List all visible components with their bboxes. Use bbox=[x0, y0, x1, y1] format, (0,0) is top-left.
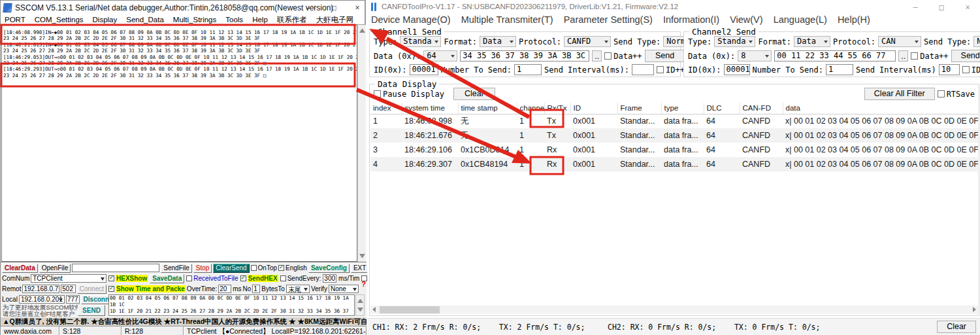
send-type-select[interactable]: Normal bbox=[973, 36, 980, 47]
open-file-button[interactable]: OpenFile bbox=[39, 264, 71, 273]
menu-send-data[interactable]: Send_Data bbox=[126, 16, 164, 24]
close-icon[interactable]: × bbox=[963, 3, 972, 12]
format-select[interactable]: Data bbox=[480, 36, 516, 47]
send-button[interactable]: Send bbox=[645, 50, 685, 62]
english-checkbox[interactable]: English bbox=[278, 264, 307, 272]
scroll-up-icon[interactable] bbox=[359, 27, 365, 33]
col-id[interactable]: ID bbox=[570, 103, 617, 114]
scroll-up-icon[interactable] bbox=[357, 297, 363, 303]
protocol-select[interactable]: CANFD bbox=[564, 36, 611, 47]
col-dlc[interactable]: DLC bbox=[704, 103, 740, 114]
menu-information[interactable]: Information(I) bbox=[663, 14, 719, 25]
ontop-checkbox[interactable]: OnTop bbox=[251, 264, 277, 272]
clear-all-filter-button[interactable]: Clear All Filter bbox=[864, 88, 935, 100]
id-increment-checkbox[interactable]: ID++ bbox=[962, 65, 980, 75]
send-button[interactable]: SEND bbox=[78, 305, 105, 316]
menu-contact-author[interactable]: 联系作者 bbox=[277, 15, 307, 25]
terminal-log[interactable]: [18:46:08.990]IN←◆00 01 02 03 04 05 06 0… bbox=[1, 25, 357, 262]
help-mark[interactable]: ? bbox=[361, 280, 366, 288]
type-select[interactable]: Standa bbox=[714, 36, 755, 47]
hexshow-checkbox[interactable]: HEXShow bbox=[108, 275, 148, 282]
ext-button[interactable]: EXT bbox=[351, 264, 368, 273]
col-index[interactable]: index bbox=[370, 103, 402, 114]
send-button[interactable]: Send bbox=[951, 50, 980, 62]
scroll-down-icon[interactable] bbox=[357, 308, 363, 313]
status-clear-button[interactable]: Clear bbox=[937, 321, 976, 333]
id-input[interactable]: 00001 bbox=[724, 64, 750, 75]
col-frame[interactable]: Frame bbox=[617, 103, 661, 114]
col-canfd[interactable]: CAN-FD bbox=[740, 103, 783, 114]
data-input[interactable]: 00 11 22 33 44 55 66 77 bbox=[774, 50, 896, 62]
menu-device-manage[interactable]: Device Manage(O) bbox=[371, 14, 451, 25]
scroll-down-icon[interactable] bbox=[359, 254, 365, 260]
byte-count-input[interactable]: 1 bbox=[252, 285, 260, 293]
send-every-input[interactable]: 300 bbox=[323, 274, 336, 283]
menu-display[interactable]: Display bbox=[93, 16, 118, 24]
clear-data-button[interactable]: ClearData bbox=[2, 264, 38, 273]
number-to-send-input[interactable]: 1 bbox=[514, 64, 542, 75]
table-horizontal-scrollbar[interactable] bbox=[370, 306, 978, 314]
table-row[interactable]: 118:46:08.998 无1 Tx0x001 Standar...data … bbox=[370, 114, 978, 128]
scroll-left-icon[interactable] bbox=[372, 307, 376, 312]
menu-help[interactable]: Help bbox=[252, 16, 268, 24]
send-file-button[interactable]: SendFile bbox=[161, 264, 191, 273]
scrollbar-thumb[interactable] bbox=[380, 306, 440, 313]
send-every-checkbox[interactable]: SendEvery: bbox=[280, 275, 321, 282]
close-icon[interactable]: × bbox=[353, 3, 362, 12]
show-time-checkbox[interactable]: Show Time and Packe bbox=[108, 285, 186, 292]
disconnect-button[interactable]: Disconn bbox=[81, 295, 112, 304]
scroll-right-icon[interactable] bbox=[973, 307, 976, 312]
data-increment-checkbox[interactable]: Data++ bbox=[604, 52, 642, 61]
hex-send-area[interactable]: 00 01 02 03 04 05 06 07 08 09 0A 0B 0C 0… bbox=[108, 294, 355, 316]
menu-com-settings[interactable]: COM_Settings bbox=[35, 16, 84, 24]
menu-daxia-site[interactable]: 大虾电子网 bbox=[316, 15, 354, 25]
save-data-button[interactable]: SaveData bbox=[150, 274, 184, 283]
menu-help[interactable]: Help(H) bbox=[838, 14, 870, 25]
id-increment-checkbox[interactable]: ID++ bbox=[657, 65, 685, 75]
pause-display-checkbox[interactable]: Pause Display bbox=[374, 90, 444, 99]
ad-banner[interactable]: ▲Q群满员了, 没有第二个群. ★合宙高性价比4G模块 ★RT-Thread中国… bbox=[1, 317, 367, 326]
menu-port[interactable]: PORT bbox=[5, 16, 25, 24]
clear-send-button[interactable]: ClearSend bbox=[213, 264, 249, 273]
menu-language[interactable]: Language(L) bbox=[774, 14, 827, 25]
send-interval-input[interactable]: 10 bbox=[939, 64, 960, 75]
remote-ip-input[interactable]: 192.168.0.7 bbox=[22, 285, 59, 293]
verify-select[interactable]: None bbox=[329, 285, 359, 293]
format-select[interactable]: Data bbox=[794, 36, 830, 47]
dlc-select[interactable]: 8 bbox=[738, 50, 772, 62]
comnum-select[interactable]: TCPClient bbox=[31, 274, 106, 283]
col-type[interactable]: type bbox=[661, 103, 704, 114]
data-dots-button[interactable]: .. bbox=[898, 50, 908, 62]
protocol-select[interactable]: CAN bbox=[878, 36, 921, 47]
file-path-input[interactable] bbox=[72, 264, 159, 272]
dlc-select[interactable]: 64 bbox=[423, 50, 457, 62]
menu-tools[interactable]: Tools bbox=[225, 16, 243, 24]
col-rxtx[interactable]: Rx/Tx bbox=[544, 103, 570, 114]
connect-button[interactable]: Connect bbox=[77, 285, 106, 294]
overtime-input[interactable]: 20 bbox=[218, 285, 231, 293]
minimize-icon[interactable]: — bbox=[911, 3, 920, 12]
menu-view[interactable]: View(V) bbox=[730, 14, 763, 25]
id-input[interactable]: 00001 bbox=[410, 64, 438, 75]
col-system-time[interactable]: system time bbox=[402, 103, 458, 114]
received-to-file-checkbox[interactable]: ReceivedToFile bbox=[186, 275, 238, 282]
data-dots-button[interactable]: .. bbox=[592, 50, 602, 62]
table-row[interactable]: 418:46:29.307 0x1CB481941 Rx0x001 Standa… bbox=[370, 157, 978, 171]
data-input[interactable]: 34 35 36 37 38 39 3A 3B 3C 3D 3E 3F bbox=[460, 50, 589, 62]
local-ip-select[interactable]: 192.168.0.201 bbox=[19, 295, 65, 304]
table-row[interactable]: 318:46:29.106 0x1CB0D8141 Rx0x001 Standa… bbox=[370, 143, 978, 157]
menu-parameter-setting[interactable]: Parameter Setting(S) bbox=[564, 14, 653, 25]
data-increment-checkbox[interactable]: Data++ bbox=[911, 52, 948, 61]
number-to-send-input[interactable]: 1 bbox=[826, 64, 853, 75]
menu-multiple-transmiter[interactable]: Multiple Transmiter(T) bbox=[461, 14, 553, 25]
stop-button[interactable]: Stop bbox=[193, 264, 212, 273]
table-row[interactable]: 218:46:21.676 无1 Tx0x001 Standar...data … bbox=[370, 128, 978, 143]
menu-multi-strings[interactable]: Multi_Strings bbox=[173, 16, 216, 24]
maximize-icon[interactable]: □ bbox=[329, 3, 338, 12]
remote-port-input[interactable]: 502 bbox=[61, 285, 75, 293]
col-time-stamp[interactable]: time stamp bbox=[458, 103, 517, 114]
hex-scrollbar[interactable] bbox=[355, 294, 365, 316]
save-config-button[interactable]: SaveConfig bbox=[308, 264, 350, 273]
type-select[interactable]: Standa bbox=[400, 36, 441, 47]
local-port-input[interactable]: 777 bbox=[66, 295, 80, 304]
